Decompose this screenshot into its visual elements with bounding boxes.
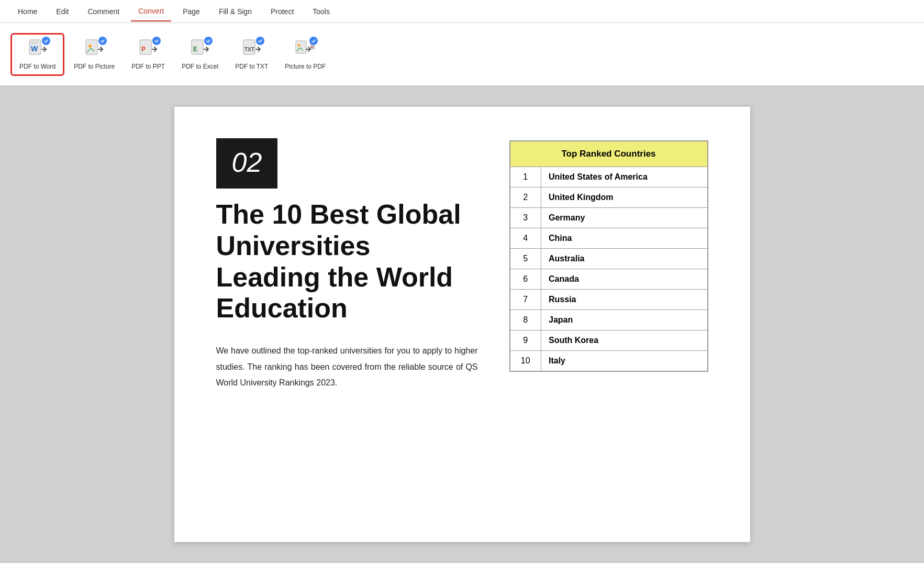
toolbar: W PDF to Word [0,23,924,86]
menu-page[interactable]: Page [175,2,207,21]
table-cell-country: Australia [541,249,708,269]
menu-protect[interactable]: Protect [263,2,301,21]
table-row: 1United States of America [510,167,708,187]
svg-rect-3 [86,40,97,54]
table-cell-country: Russia [541,290,708,310]
table-row: 6Canada [510,269,708,290]
toolbar-pdf-to-word[interactable]: W PDF to Word [10,33,64,76]
pdf-to-ppt-icon: P [138,39,159,60]
svg-text:P: P [141,46,146,53]
toolbar-pdf-to-txt[interactable]: TXT PDF to TXT [228,35,275,74]
table-cell-rank: 8 [510,310,541,330]
svg-text:P: P [311,46,313,49]
pdf-to-picture-badge [98,37,107,45]
table-row: 7Russia [510,290,708,310]
table-row: 2United Kingdom [510,187,708,208]
picture-to-pdf-icon: P [295,39,316,60]
table-cell-rank: 10 [510,351,541,372]
pdf-to-ppt-badge [152,37,161,45]
menu-bar: Home Edit Comment Convert Page Fill & Si… [0,0,924,23]
pdf-left-column: 02 The 10 Best Global Universities Leadi… [216,138,478,511]
table-cell-rank: 7 [510,290,541,310]
section-number: 02 [232,147,262,178]
table-row: 3Germany [510,208,708,228]
menu-fill-sign[interactable]: Fill & Sign [211,2,259,21]
table-cell-rank: 2 [510,187,541,208]
pdf-page: 02 The 10 Best Global Universities Leadi… [174,107,750,542]
body-text: We have outlined the top-ranked universi… [216,343,478,391]
table-cell-country: United Kingdom [541,187,708,208]
table-cell-rank: 6 [510,269,541,290]
toolbar-pdf-to-picture-label: PDF to Picture [74,63,115,70]
toolbar-pdf-to-word-label: PDF to Word [19,63,55,70]
table-cell-country: South Korea [541,330,708,351]
table-row: 5Australia [510,249,708,269]
toolbar-pdf-to-ppt-label: PDF to PPT [131,63,165,70]
pdf-to-word-badge [42,37,50,45]
table-cell-country: United States of America [541,167,708,187]
svg-point-4 [88,45,92,48]
toolbar-pdf-to-picture[interactable]: PDF to Picture [66,35,122,74]
toolbar-picture-to-pdf-label: Picture to PDF [285,63,326,70]
table-row: 10Italy [510,351,708,372]
ranked-countries-table: Top Ranked Countries 1United States of A… [509,140,708,372]
menu-home[interactable]: Home [10,2,44,21]
table-cell-country: Japan [541,310,708,330]
pdf-to-txt-icon: TXT [241,39,262,60]
svg-rect-11 [296,41,306,53]
menu-tools[interactable]: Tools [305,2,337,21]
main-title: The 10 Best Global Universities Leading … [216,199,478,324]
table-cell-rank: 5 [510,249,541,269]
table-header: Top Ranked Countries [510,141,708,167]
main-content: 02 The 10 Best Global Universities Leadi… [0,86,924,563]
menu-comment[interactable]: Comment [80,2,127,21]
menu-edit[interactable]: Edit [49,2,76,21]
toolbar-pdf-to-excel[interactable]: E PDF to Excel [174,35,226,74]
toolbar-pdf-to-ppt[interactable]: P PDF to PPT [124,35,172,74]
pdf-to-picture-icon [84,39,105,60]
table-cell-rank: 3 [510,208,541,228]
table-row: 9South Korea [510,330,708,351]
section-number-box: 02 [216,138,278,189]
table-row: 8Japan [510,310,708,330]
menu-convert[interactable]: Convert [131,2,171,21]
svg-rect-1 [29,40,38,43]
table-row: 4China [510,228,708,249]
pdf-right-column: Top Ranked Countries 1United States of A… [509,138,708,511]
svg-text:W: W [31,45,38,53]
table-cell-country: Italy [541,351,708,372]
table-cell-country: China [541,228,708,249]
toolbar-pdf-to-excel-label: PDF to Excel [182,63,218,70]
picture-to-pdf-badge [309,37,318,45]
svg-text:TXT: TXT [244,47,254,52]
table-cell-country: Canada [541,269,708,290]
table-cell-rank: 4 [510,228,541,249]
svg-point-12 [298,43,300,46]
pdf-to-excel-badge [204,37,213,45]
svg-text:E: E [193,46,197,53]
table-cell-rank: 9 [510,330,541,351]
pdf-to-excel-icon: E [190,39,210,60]
pdf-to-txt-badge [256,37,264,45]
table-cell-country: Germany [541,208,708,228]
pdf-to-word-icon: W [27,39,48,60]
toolbar-pdf-to-txt-label: PDF to TXT [235,63,268,70]
toolbar-picture-to-pdf[interactable]: P Picture to PDF [277,35,333,74]
table-cell-rank: 1 [510,167,541,187]
